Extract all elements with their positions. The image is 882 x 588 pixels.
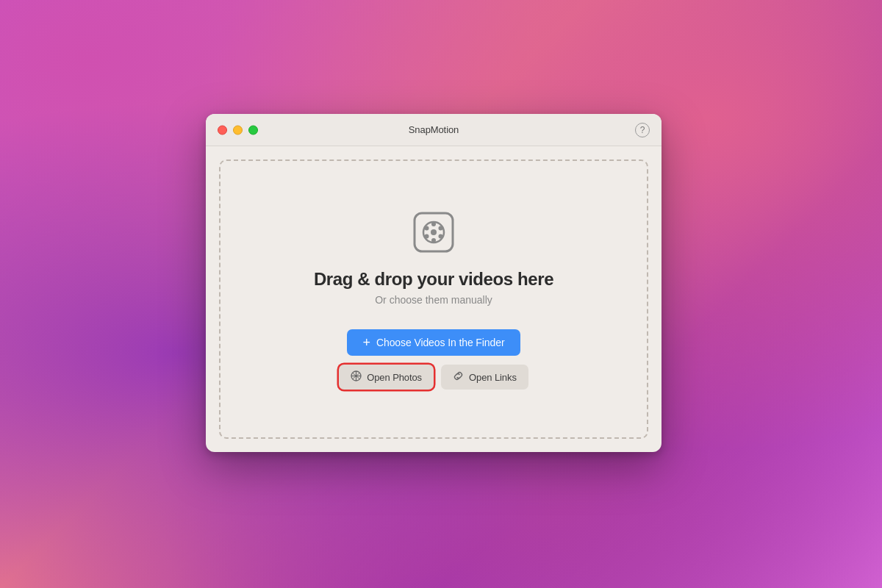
open-photos-button[interactable]: Open Photos [339, 365, 434, 390]
minimize-button[interactable] [233, 125, 243, 135]
secondary-buttons-row: Open Photos Open Links [339, 365, 528, 390]
film-reel-icon [412, 210, 456, 254]
help-button[interactable]: ? [635, 123, 650, 137]
open-links-button[interactable]: Open Links [441, 365, 528, 390]
svg-point-6 [439, 234, 443, 239]
choose-finder-button[interactable]: + Choose Videos In the Finder [347, 329, 521, 356]
film-icon-wrapper [410, 209, 457, 256]
title-bar: SnapMotion ? [206, 114, 662, 146]
plus-icon: + [363, 336, 370, 349]
drag-drop-title: Drag & drop your videos here [314, 269, 553, 290]
photos-icon [351, 370, 362, 384]
svg-point-4 [431, 238, 436, 243]
open-photos-label: Open Photos [367, 372, 422, 383]
svg-point-5 [425, 226, 429, 231]
open-links-label: Open Links [469, 372, 517, 383]
window-title: SnapMotion [409, 124, 459, 135]
svg-point-7 [425, 234, 429, 239]
link-icon [453, 370, 464, 384]
action-buttons: + Choose Videos In the Finder Open [339, 329, 528, 390]
maximize-button[interactable] [248, 125, 258, 135]
drag-drop-subtitle: Or choose them manually [375, 294, 492, 306]
svg-point-8 [439, 226, 443, 231]
choose-finder-label: Choose Videos In the Finder [376, 337, 505, 348]
traffic-lights [218, 125, 258, 135]
svg-point-3 [431, 222, 436, 226]
svg-point-2 [431, 229, 437, 235]
close-button[interactable] [218, 125, 227, 135]
drop-zone: Drag & drop your videos here Or choose t… [219, 159, 648, 439]
app-window: SnapMotion ? Drag & drop your vid [206, 114, 662, 452]
